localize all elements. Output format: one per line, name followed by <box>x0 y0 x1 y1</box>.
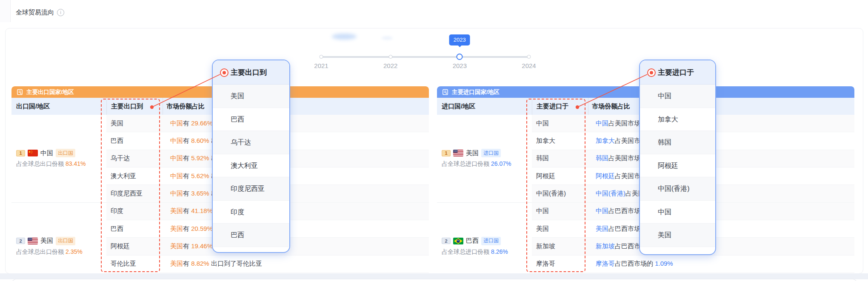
import-table-title: 主要进口国家/地区 <box>452 88 500 96</box>
import-popup-title: 主要进口于 <box>658 68 694 77</box>
share-text-segment: 19.46% <box>191 242 213 250</box>
export-column-header-3: 市场份额占比 <box>163 98 429 115</box>
year-label-2021[interactable]: 2021 <box>306 62 336 69</box>
share-text-segment: 中国 <box>596 119 608 127</box>
global-share: 占全球总进口份额26.07% <box>442 160 532 168</box>
slider-dot-2021[interactable] <box>320 55 323 59</box>
country-group-cell: 1中国出口国占全球总出口份额83.41% <box>11 115 106 203</box>
year-label-2023[interactable]: 2023 <box>445 62 474 69</box>
share-text-segment: 有 <box>183 207 191 214</box>
import-popup-header: 主要进口于 <box>640 60 715 85</box>
share-text-segment: 美国 <box>170 260 183 267</box>
export-popup-header: 主要出口到 <box>213 60 289 85</box>
import-popup-item[interactable]: 韩国 <box>640 131 715 154</box>
country-group-line: 2巴西进口国 <box>442 237 532 245</box>
country-group-cell: 1美国进口国占全球总进口份额26.07% <box>437 115 532 203</box>
import-popup-item[interactable]: 中国(香港) <box>640 177 715 201</box>
render-artifact <box>332 34 357 40</box>
global-share-label: 占全球总进口份额 <box>442 248 489 255</box>
share-text-segment: 5.62% <box>191 172 209 179</box>
rank-badge: 2 <box>442 238 451 244</box>
flag-br-icon <box>453 238 463 244</box>
market-share-cell: 摩洛哥占巴西市场的 1.09% <box>592 260 673 268</box>
slider-tooltip: 2023 年 <box>449 34 470 45</box>
share-text-segment: 中国 <box>170 137 183 144</box>
share-text-segment: 新加坡 <box>596 242 615 250</box>
export-popup-item[interactable]: 巴西 <box>213 224 289 247</box>
info-icon[interactable]: i <box>57 9 64 16</box>
share-text-segment: 中国 <box>596 207 608 214</box>
global-share: 占全球总进口份额8.26% <box>442 248 532 256</box>
market-share-cell: 中国占巴西市场的 <box>592 207 647 215</box>
global-share-label: 占全球总出口份额 <box>16 248 64 255</box>
slider-dot-2024[interactable] <box>527 55 531 59</box>
export-popup-item[interactable]: 巴西 <box>213 108 289 131</box>
share-text-segment: 阿根廷 <box>596 172 615 179</box>
export-popup-item[interactable]: 乌干达 <box>213 131 289 154</box>
share-text-segment: 5.92% <box>191 154 209 162</box>
global-share-value: 8.26% <box>491 248 508 255</box>
share-text-segment: 中国 <box>170 172 183 179</box>
vertical-divider <box>10 0 11 22</box>
global-share: 占全球总出口份额2.35% <box>16 248 106 256</box>
import-popup-item[interactable]: 美国 <box>640 224 715 247</box>
country-group-line: 2美国出口国 <box>16 237 106 245</box>
share-text-segment: 中国 <box>170 119 183 127</box>
trade-flow-page: 全球贸易流向 i 2021202220232024 2023 年 主要出口国家/… <box>0 0 868 281</box>
share-text-segment: 有 <box>183 172 191 179</box>
rank-badge: 2 <box>16 238 25 244</box>
flag-cn-icon <box>28 150 38 156</box>
role-badge: 出口国 <box>56 237 75 245</box>
export-popup-title: 主要出口到 <box>231 68 267 77</box>
share-text-segment: 有 <box>183 190 191 197</box>
rank-badge: 1 <box>442 150 451 156</box>
page-title: 全球贸易流向 i <box>16 9 64 17</box>
global-share-label: 占全球总进口份额 <box>442 160 489 167</box>
import-column-header-1: 进口国/地区 <box>437 98 532 115</box>
share-text-segment: 有 <box>183 225 191 232</box>
import-sources-popup: 主要进口于 中国加拿大韩国阿根廷中国(香港)中国美国 <box>639 60 716 255</box>
global-share-label: 占全球总出口份额 <box>16 160 64 167</box>
share-text-segment: 有 <box>183 137 191 144</box>
share-text-segment: 8.82% <box>191 260 209 267</box>
render-artifact <box>382 37 393 40</box>
share-text-segment: 中国 <box>170 154 183 162</box>
flag-us-icon <box>453 150 463 156</box>
year-label-2024[interactable]: 2024 <box>514 62 544 69</box>
share-text-segment: 摩洛哥 <box>596 260 615 267</box>
share-text-segment: 有 <box>183 154 191 162</box>
slider-track[interactable] <box>321 56 529 58</box>
global-share-value: 83.41% <box>66 160 86 167</box>
role-badge: 进口国 <box>481 149 501 157</box>
share-text-segment: 有 <box>183 119 191 127</box>
slider-dot-2022[interactable] <box>388 55 392 59</box>
global-share-value: 26.07% <box>491 160 511 167</box>
share-text-segment: 美国 <box>170 207 183 214</box>
import-popup-item[interactable]: 阿根廷 <box>640 154 715 178</box>
import-column-header-3: 市场份额占比 <box>588 98 854 115</box>
global-share: 占全球总出口份额83.41% <box>16 160 106 168</box>
year-label-2022[interactable]: 2022 <box>376 62 405 69</box>
role-badge: 出口国 <box>56 149 75 157</box>
market-share-cell: 韩国占美国市场的 <box>592 154 647 162</box>
share-text-segment: 韩国 <box>596 154 608 162</box>
country-name: 美国 <box>40 237 53 245</box>
country-name: 巴西 <box>466 237 479 245</box>
share-text-segment: 中国 <box>170 190 183 197</box>
export-popup-item[interactable]: 美国 <box>213 85 289 108</box>
import-popup-item[interactable]: 中国 <box>640 201 715 224</box>
market-share-cell: 中国占美国市场的 <box>592 119 647 128</box>
export-popup-item[interactable]: 印度尼西亚 <box>213 177 289 201</box>
panel-gap <box>0 273 868 279</box>
country-group-line: 1美国进口国 <box>442 149 532 157</box>
export-popup-item[interactable]: 澳大利亚 <box>213 154 289 178</box>
import-popup-item[interactable]: 中国 <box>640 85 715 108</box>
table-doc-icon <box>17 89 23 95</box>
role-badge: 进口国 <box>481 237 501 245</box>
next-panel-edge <box>12 279 857 281</box>
export-destinations-popup: 主要出口到 美国巴西乌干达澳大利亚印度尼西亚印度巴西 <box>212 60 290 253</box>
country-group-cell: 2美国出口国占全球总出口份额2.35% <box>11 203 106 273</box>
export-popup-item[interactable]: 印度 <box>213 201 289 224</box>
import-popup-item[interactable]: 加拿大 <box>640 108 715 131</box>
export-column-highlight-box <box>101 99 160 272</box>
